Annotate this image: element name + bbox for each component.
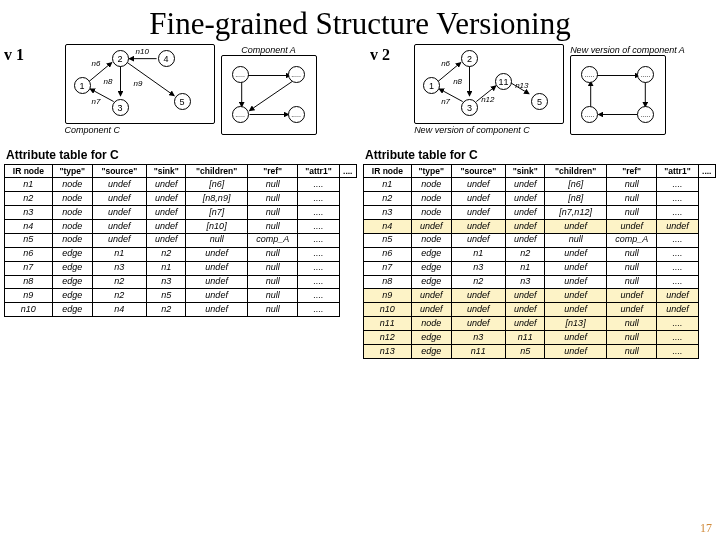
table-cell: comp_A [247,233,297,247]
table-cell: n8 [5,275,53,289]
table-cell: n3 [5,206,53,220]
table-cell: undef [545,275,607,289]
comp-node: ..... [581,66,598,83]
v1-header-row: IR node"type""source""sink""children""re… [5,165,357,178]
table-cell: n2 [147,247,186,261]
table-cell: comp_A [606,233,656,247]
col-header: "attr1" [298,165,339,178]
table-cell: .... [298,289,339,303]
table-cell: n2 [147,303,186,317]
edge-n8: n8 [104,77,113,86]
v1-graph-wrap: 1 2 3 4 5 n6 n7 n8 n9 n10 Component C [65,44,215,135]
node-2: 2 [461,50,478,67]
comp-node: ..... [232,106,249,123]
table-cell: n3 [506,275,545,289]
table-cell: undef [451,192,505,206]
node-3: 3 [112,99,129,116]
table-cell: null [247,303,297,317]
comp-node: ..... [288,66,305,83]
svg-line-6 [249,81,292,110]
table-cell: n9 [364,289,412,303]
v2-graph-caption: New version of component C [414,125,564,135]
col-header: "type" [52,165,92,178]
table-cell: null [247,206,297,220]
v1-comp-wrap: Component A ..... ..... ..... ..... [221,44,317,135]
table-cell: edge [411,331,451,345]
table-cell: undef [451,233,505,247]
table-cell: .... [298,220,339,234]
col-header: "attr1" [657,165,698,178]
table-row: n10undefundefundefundefundefundef [364,303,716,317]
table-cell: undef [606,220,656,234]
table-cell: n1 [451,247,505,261]
table-cell: undef [545,247,607,261]
table-cell: .... [657,233,698,247]
table-cell: n1 [506,261,545,275]
node-2: 2 [112,50,129,67]
edge-n12: n12 [481,95,494,104]
table-cell: .... [298,275,339,289]
table-cell: .... [298,233,339,247]
table-cell: edge [52,303,92,317]
table-cell: n2 [506,247,545,261]
page-number: 17 [700,521,712,536]
table-cell: undef [657,289,698,303]
table-cell: undef [545,331,607,345]
table-cell: undef [606,289,656,303]
table-cell: n9 [5,289,53,303]
table-cell: n2 [5,192,53,206]
table-cell: n6 [5,247,53,261]
table-cell: [n7] [186,206,248,220]
table-cell: undef [92,206,146,220]
table-cell: undef [411,220,451,234]
table-row: n3nodeundefundef[n7]null.... [5,206,357,220]
table-cell: node [52,220,92,234]
table-cell: n5 [5,233,53,247]
table-cell: null [247,247,297,261]
col-header: "children" [545,165,607,178]
table-cell: edge [52,275,92,289]
table-cell: edge [411,261,451,275]
table-cell: undef [657,303,698,317]
table-cell: [n8] [545,192,607,206]
col-header: .... [339,165,356,178]
table-row: n2nodeundefundef[n8]null.... [364,192,716,206]
v1-table: IR node"type""source""sink""children""re… [4,164,357,317]
table-cell: undef [411,289,451,303]
col-header: IR node [364,165,412,178]
table-row: n3nodeundefundef[n7,n12]null.... [364,206,716,220]
edge-n13: n13 [515,81,528,90]
node-5: 5 [531,93,548,110]
table-cell: null [606,317,656,331]
table-row: n9undefundefundefundefundefundef [364,289,716,303]
table-cell: null [545,233,607,247]
edge-n6: n6 [92,59,101,68]
table-cell: undef [186,275,248,289]
table-cell: undef [147,220,186,234]
table-cell: n4 [364,220,412,234]
table-cell: n5 [364,233,412,247]
table-cell: edge [52,289,92,303]
table-row: n4nodeundefundef[n10]null.... [5,220,357,234]
table-cell: undef [545,220,607,234]
table-cell: null [606,331,656,345]
table-cell: node [411,233,451,247]
table-cell: n11 [451,345,505,359]
col-header: IR node [5,165,53,178]
table-cell: edge [411,345,451,359]
table-cell: undef [545,303,607,317]
table-cell: undef [545,289,607,303]
table-cell: undef [657,220,698,234]
v2-comp-box: ..... ..... ..... ..... [570,55,666,135]
table-cell: undef [186,261,248,275]
table-cell: null [247,261,297,275]
table-row: n5nodeundefundefnullcomp_A.... [5,233,357,247]
table-cell: n1 [92,247,146,261]
table-cell: .... [298,192,339,206]
table-cell: undef [451,289,505,303]
table-cell: n5 [147,289,186,303]
table-cell: n4 [5,220,53,234]
col-header: "sink" [147,165,186,178]
edge-n6: n6 [441,59,450,68]
page-title: Fine-grained Structure Versioning [0,0,720,44]
